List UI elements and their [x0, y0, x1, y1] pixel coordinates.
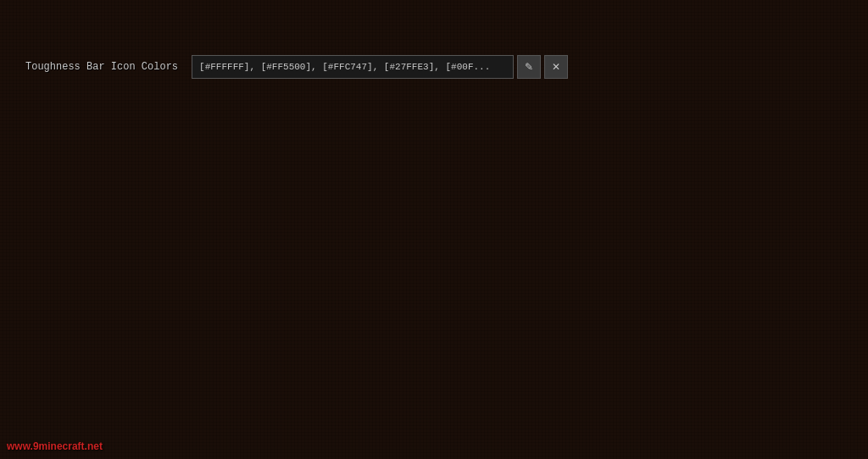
clear-button[interactable]: ✕ [544, 55, 568, 79]
main-content: Toughness Bar Icon Colors ✎ ✕ [0, 30, 868, 408]
setting-label: Toughness Bar Icon Colors [25, 61, 178, 73]
settings-row: Toughness Bar Icon Colors ✎ ✕ [25, 55, 843, 79]
edit-button[interactable]: ✎ [517, 55, 541, 79]
color-input[interactable] [192, 55, 514, 79]
edit-icon: ✎ [525, 61, 533, 73]
page-container: Toughness bar Toughness Bar Icon Colors … [0, 0, 868, 459]
watermark: www.9minecraft.net [7, 440, 103, 452]
clear-icon: ✕ [552, 61, 560, 73]
input-group: ✎ ✕ [192, 55, 568, 79]
